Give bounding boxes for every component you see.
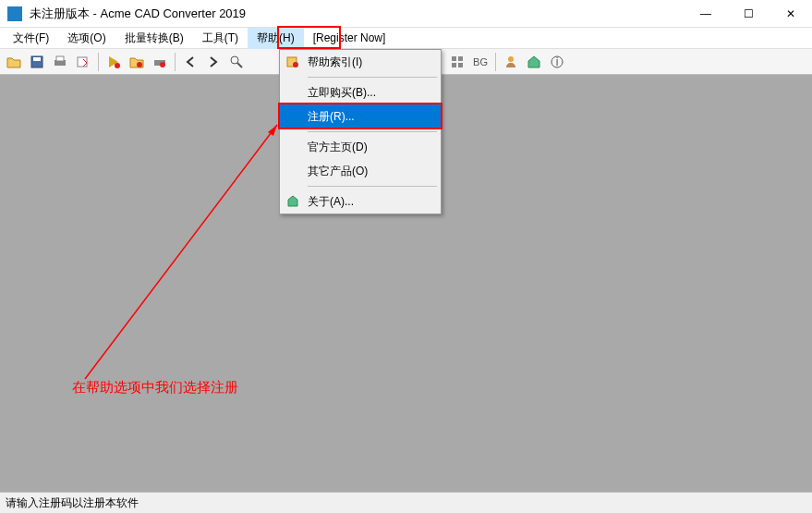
menu-item-about[interactable]: 关于(A)...	[280, 189, 441, 214]
svg-rect-1	[33, 57, 41, 61]
nav-prev-button[interactable]	[180, 52, 200, 72]
menu-item-other-products[interactable]: 其它产品(O)	[280, 159, 441, 183]
app-icon	[7, 6, 22, 21]
batch-folder-button[interactable]	[127, 52, 147, 72]
menu-item-homepage[interactable]: 官方主页(D)	[280, 135, 441, 159]
svg-line-10	[237, 63, 242, 67]
info-button[interactable]: i	[547, 52, 567, 72]
save-button[interactable]	[27, 52, 47, 72]
dropdown-separator	[308, 186, 437, 187]
grid-view-button[interactable]	[447, 52, 467, 72]
help-menu-dropdown: 帮助索引(I) 立即购买(B)... 注册(R)... 官方主页(D) 其它产品…	[279, 49, 442, 214]
home-icon	[285, 194, 300, 209]
svg-point-9	[231, 56, 238, 64]
titlebar: 未注册版本 - Acme CAD Converter 2019 — ☐ ✕	[0, 0, 812, 28]
dropdown-item-label: 注册(R)...	[308, 109, 355, 125]
window-controls: — ☐ ✕	[685, 0, 812, 28]
statusbar: 请输入注册码以注册本软件	[0, 492, 812, 513]
menu-options[interactable]: 选项(O)	[58, 28, 115, 49]
toolbar-separator	[495, 53, 496, 71]
user-button[interactable]	[501, 52, 521, 72]
menu-file[interactable]: 文件(F)	[4, 28, 58, 49]
open-button[interactable]	[4, 52, 24, 72]
toolbar-separator	[175, 53, 176, 71]
svg-rect-14	[452, 56, 456, 61]
help-book-icon	[285, 55, 300, 69]
svg-rect-17	[458, 63, 463, 67]
minimize-button[interactable]: —	[685, 0, 727, 28]
menubar: 文件(F) 选项(O) 批量转换(B) 工具(T) 帮助(H) [Registe…	[0, 28, 812, 49]
svg-rect-16	[452, 63, 456, 67]
dropdown-item-label: 立即购买(B)...	[308, 85, 376, 101]
status-text: 请输入注册码以注册本软件	[6, 495, 139, 511]
dropdown-item-label: 其它产品(O)	[308, 164, 368, 179]
dropdown-item-label: 官方主页(D)	[308, 140, 368, 155]
menu-register-now[interactable]: [Register Now]	[304, 29, 395, 47]
svg-point-22	[293, 62, 298, 67]
nav-next-button[interactable]	[203, 52, 224, 72]
export-button[interactable]	[73, 52, 93, 72]
svg-point-18	[508, 56, 514, 62]
dropdown-item-label: 帮助索引(I)	[308, 55, 362, 70]
svg-point-6	[137, 62, 142, 67]
menu-item-buy-now[interactable]: 立即购买(B)...	[280, 80, 441, 104]
menu-item-help-index[interactable]: 帮助索引(I)	[280, 50, 441, 74]
background-button[interactable]: BG	[470, 52, 491, 72]
menu-tools[interactable]: 工具(T)	[193, 28, 248, 49]
close-button[interactable]: ✕	[770, 0, 812, 28]
home-button[interactable]	[524, 52, 544, 72]
maximize-button[interactable]: ☐	[727, 0, 770, 28]
svg-point-5	[115, 63, 120, 68]
print-button[interactable]	[50, 52, 70, 72]
toolbar-separator	[98, 53, 99, 71]
annotation-text: 在帮助选项中我们选择注册	[72, 379, 238, 397]
menu-item-register[interactable]: 注册(R)...	[280, 104, 441, 128]
svg-rect-3	[56, 56, 64, 61]
window-title: 未注册版本 - Acme CAD Converter 2019	[30, 6, 685, 22]
zoom-button[interactable]	[226, 52, 247, 72]
menu-batch[interactable]: 批量转换(B)	[115, 28, 193, 49]
dropdown-item-label: 关于(A)...	[308, 194, 354, 210]
menu-help[interactable]: 帮助(H)	[248, 28, 304, 49]
batch-convert-button[interactable]	[103, 52, 124, 72]
dropdown-separator	[308, 131, 437, 132]
dropdown-separator	[308, 77, 437, 78]
svg-point-8	[160, 62, 165, 67]
svg-rect-15	[458, 56, 463, 61]
svg-text:i: i	[556, 55, 559, 68]
batch-print-button[interactable]	[150, 52, 170, 72]
